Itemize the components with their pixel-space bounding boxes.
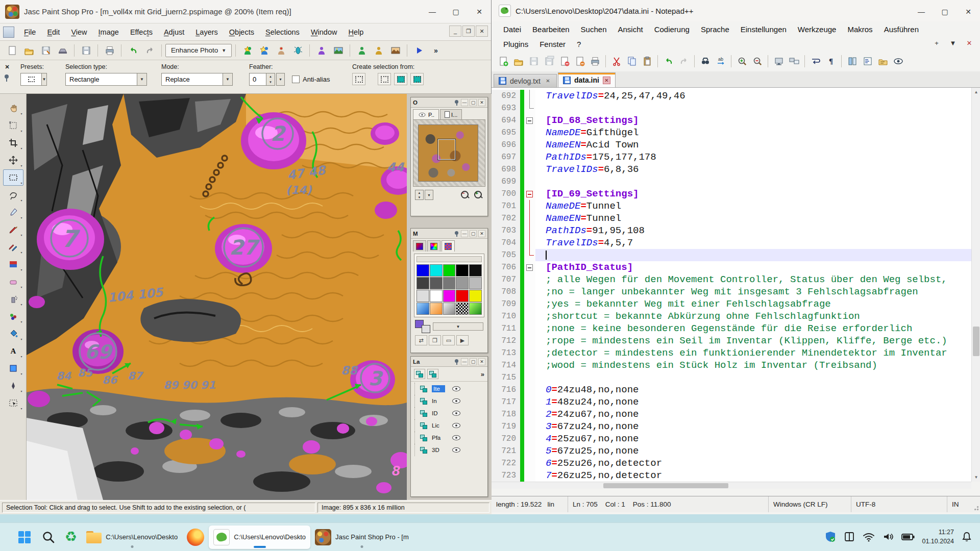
battery-icon[interactable] [901,531,915,543]
color-swatch-0[interactable] [416,264,429,277]
code-text[interactable]: 0=24zu48,no,none [535,384,971,396]
layer-visibility-icon[interactable] [452,397,461,405]
tool-flyout-arrow-icon[interactable]: ▾ [20,372,22,375]
editor-line-710[interactable]: 710;shortcut = bekannte Abkürzung ohne F… [492,310,971,322]
tray-app-icon[interactable] [843,531,855,543]
materials-delete-icon[interactable]: ▭ [443,335,455,345]
editor-line-721[interactable]: 7215=67zu25,no,none [492,445,971,457]
editor-line-696[interactable]: 696NameEN=Acid Town [492,139,971,151]
fold-margin[interactable] [524,176,535,188]
npp-menu-werkzeuge[interactable]: Werkzeuge [792,23,842,36]
npp-menu-suchen[interactable]: Suchen [575,23,612,36]
mdi-restore-icon[interactable]: ❐ [462,26,475,37]
layers-pin-icon[interactable] [454,359,459,365]
mode-arrow-icon[interactable]: ▼ [223,73,232,85]
fold-margin[interactable] [524,469,535,482]
psp-menu-help[interactable]: Help [342,26,369,39]
tool-text[interactable]: A▾ [3,343,23,359]
code-text[interactable]: TravelIDs=24,25,47,49,46 [535,90,971,102]
fold-collapse-icon[interactable] [526,264,533,271]
editor-line-713[interactable]: 713;detector = mindestens ein funktionie… [492,347,971,359]
editor-line-718[interactable]: 7182=24zu67,no,none [492,408,971,420]
overview-thumbnail[interactable] [418,124,478,182]
code-text[interactable]: ;yes = bekannter Weg mit einer Fehlschla… [535,298,971,310]
layer-visibility-icon[interactable] [452,410,461,417]
materials-swap-icon[interactable]: ⇄ [415,335,427,345]
overview-viewport-rect[interactable] [438,139,455,160]
fold-margin[interactable] [524,102,535,114]
code-text[interactable]: [ID_69_Settings] [535,188,971,200]
options-close-icon[interactable]: ✕ [3,63,12,71]
npp-menu-sprache[interactable]: Sprache [695,23,735,36]
scroll-up-icon[interactable]: ▲ [972,88,980,96]
start-button[interactable] [12,525,37,549]
tool-flyout-arrow-icon[interactable]: ▾ [20,129,22,133]
paste-icon[interactable] [640,54,654,69]
tool-flyout-arrow-icon[interactable]: ▾ [20,407,22,410]
npp-horizontal-scrollbar[interactable] [492,482,971,489]
layer-visibility-icon[interactable] [452,422,461,429]
fold-margin[interactable] [524,273,535,286]
npp-menu-makros[interactable]: Makros [842,23,878,36]
save-all-icon[interactable] [542,54,556,69]
save-icon[interactable] [78,43,94,58]
wrap-icon[interactable] [808,54,823,69]
undo-icon[interactable] [661,54,676,69]
replace-icon[interactable]: ab [713,54,728,69]
fold-margin[interactable] [524,433,535,445]
color-swatch-17[interactable] [443,303,456,315]
materials-slider[interactable] [416,256,482,262]
fold-margin[interactable] [524,188,535,200]
npp-maximize-icon[interactable]: ▢ [933,0,957,23]
tool-flyout-arrow-icon[interactable]: ▾ [20,164,22,167]
wand-2-icon[interactable] [256,43,272,58]
color-swatch-11[interactable] [430,290,443,302]
overview-zoom-spinner[interactable]: ▲▼ ▼ [415,190,433,200]
mdi-close-icon[interactable]: ✕ [476,26,488,37]
options-pin-icon[interactable] [4,74,9,82]
notification-bell-icon[interactable] [961,531,973,543]
selection-type-dropdown[interactable]: Rectangle ▼ [65,73,147,86]
tab-devlog[interactable]: devlog.txt ✕ [494,74,557,87]
npp-menu-codierung[interactable]: Codierung [649,23,695,36]
editor-line-693[interactable]: 693 [492,102,971,114]
tab-data-ini[interactable]: data.ini ✕ [558,72,616,87]
new-page-icon[interactable] [4,43,20,58]
tool-flyout-arrow-icon[interactable]: ▾ [20,355,22,358]
fold-margin[interactable] [524,212,535,224]
color-swatch-5[interactable] [416,277,429,289]
tool-dropper[interactable]: ▾ [3,204,23,220]
find-icon[interactable] [698,54,713,69]
editor-line-708[interactable]: 708;no = langer unbekannter Weg mit insg… [492,286,971,298]
layers-more-icon[interactable]: » [481,370,484,378]
create-selection-raster-button[interactable] [352,73,365,85]
code-text[interactable]: ;rope = mindestens ein Seil im Inventar … [535,335,971,347]
tool-selection[interactable]: ▾ [3,169,23,186]
psp-menu-file[interactable]: File [18,26,41,39]
code-text[interactable] [535,371,971,384]
security-shield-icon[interactable] [824,531,837,543]
fold-margin[interactable] [524,249,535,261]
tool-flyout-arrow-icon[interactable]: ▾ [20,146,22,150]
wand-icon[interactable] [239,43,255,58]
psp-taskbar-button[interactable]: Jasc Paint Shop Pro - [m [310,525,413,549]
materials-tab-frame[interactable] [413,240,426,252]
color-swatch-15[interactable] [416,303,429,315]
editor-line-698[interactable]: 698TravelIDs=6,8,36 [492,163,971,176]
vertical-scroll-thumb[interactable] [973,327,979,356]
fold-margin[interactable] [524,445,535,457]
npp-menu-datei[interactable]: Datei [498,23,527,36]
npp-menu-bearbeiten[interactable]: Bearbeiten [527,23,575,36]
color-swatch-16[interactable] [430,303,443,315]
fold-margin[interactable] [524,261,535,273]
fold-margin[interactable] [524,420,535,433]
color-swatch-6[interactable] [430,277,443,289]
tab-devlog-close-icon[interactable]: ✕ [544,77,552,85]
color-swatch-8[interactable] [456,277,469,289]
npp-menu-einstellungen[interactable]: Einstellungen [735,23,792,36]
overview-close-icon[interactable]: ✕ [478,99,485,106]
fold-margin[interactable] [524,114,535,127]
func-list-icon[interactable] [860,54,875,69]
npp-vertical-scrollbar[interactable]: ▲ ▼ [971,88,980,482]
doc-map-icon[interactable] [845,54,860,69]
